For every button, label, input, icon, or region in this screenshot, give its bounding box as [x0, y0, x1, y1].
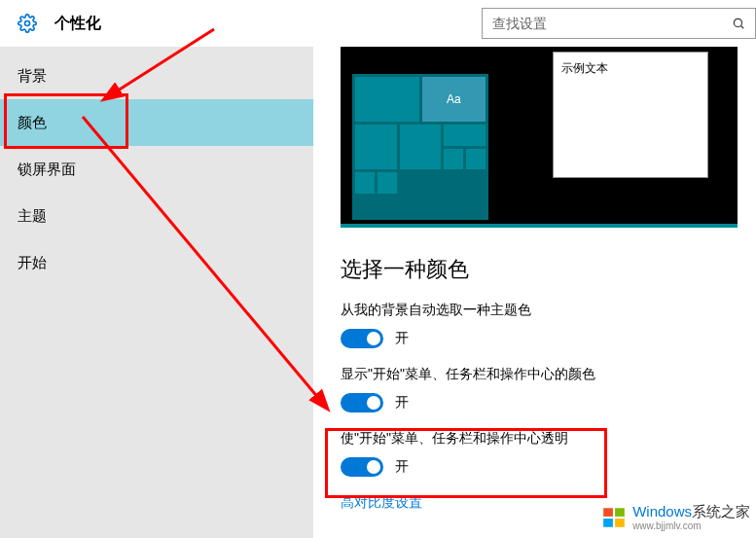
high-contrast-link[interactable]: 高对比度设置: [341, 494, 756, 512]
gear-icon: [18, 14, 37, 33]
show-start-color-state: 开: [395, 394, 409, 412]
sidebar-item-background[interactable]: 背景: [0, 53, 313, 99]
section-heading: 选择一种颜色: [341, 255, 756, 284]
sidebar: 背景 颜色 锁屏界面 主题 开始: [0, 47, 313, 538]
sidebar-item-themes[interactable]: 主题: [0, 193, 313, 239]
preview-tile-aa: Aa: [422, 77, 486, 122]
sidebar-item-colors[interactable]: 颜色: [0, 99, 313, 146]
search-input[interactable]: [492, 16, 728, 31]
page-title: 个性化: [54, 14, 101, 34]
color-preview: Aa 示例文本: [341, 47, 738, 228]
preview-taskbar: [341, 224, 738, 228]
show-start-color-toggle[interactable]: [341, 393, 383, 412]
sidebar-item-label: 开始: [18, 254, 47, 272]
transparency-toggle[interactable]: [341, 457, 383, 477]
sidebar-item-label: 背景: [18, 67, 47, 86]
sidebar-item-label: 主题: [18, 207, 47, 226]
transparency-label: 使"开始"菜单、任务栏和操作中心透明: [341, 430, 756, 448]
svg-point-1: [734, 18, 741, 26]
auto-pick-toggle[interactable]: [341, 329, 383, 348]
auto-pick-label: 从我的背景自动选取一种主题色: [341, 302, 756, 319]
preview-window: 示例文本: [553, 52, 708, 178]
auto-pick-state: 开: [395, 330, 409, 347]
sidebar-item-lockscreen[interactable]: 锁屏界面: [0, 146, 313, 193]
search-box[interactable]: [482, 8, 756, 39]
sidebar-item-start[interactable]: 开始: [0, 239, 313, 286]
sidebar-item-label: 锁屏界面: [18, 161, 76, 179]
sidebar-item-label: 颜色: [18, 114, 47, 132]
search-icon: [732, 17, 745, 30]
preview-sample-text: 示例文本: [561, 61, 608, 75]
preview-start-menu: Aa: [352, 74, 488, 220]
content-area: Aa 示例文本 选择一种颜色 从我的背景自动选取一种主题色 开: [313, 47, 756, 538]
show-start-color-label: 显示"开始"菜单、任务栏和操作中心的颜色: [341, 366, 756, 383]
transparency-state: 开: [395, 458, 409, 476]
svg-point-0: [25, 21, 30, 26]
